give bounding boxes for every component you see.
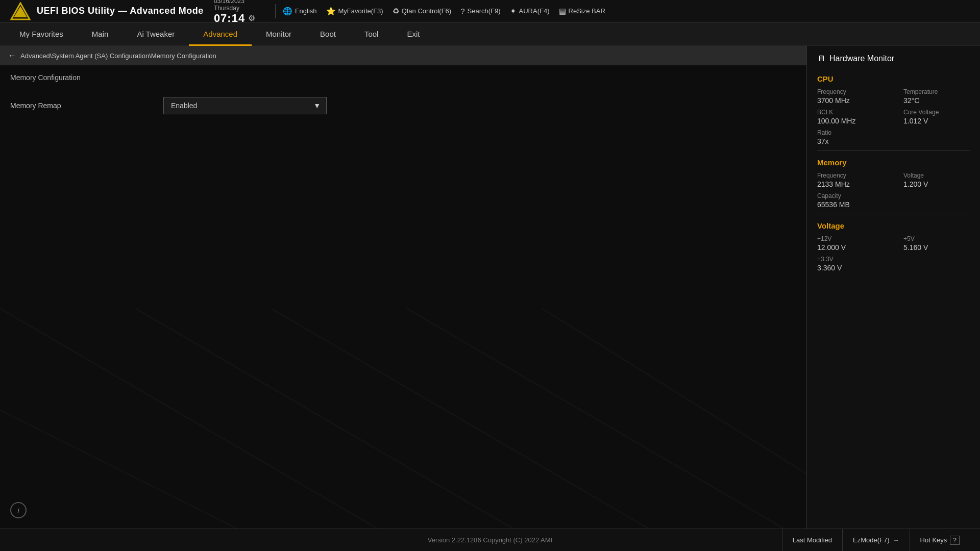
hw-volt-5v-label: +5V: [903, 235, 970, 242]
footer-version: Version 2.22.1286 Copyright (C) 2022 AMI: [428, 536, 552, 544]
toolbar-qfan[interactable]: ♻ Qfan Control(F6): [393, 7, 452, 16]
hw-memory-section-title: Memory: [817, 158, 970, 167]
memory-remap-dropdown[interactable]: Enabled Disabled: [163, 97, 327, 114]
hw-divider-2: [817, 214, 970, 214]
hw-volt-5v-col: +5V 5.160 V: [903, 235, 970, 252]
hotkeys-label: Hot Keys: [920, 536, 947, 544]
info-button[interactable]: i: [10, 502, 27, 518]
hw-cpu-ratio-row: Ratio 37x: [817, 129, 970, 145]
footer-last-modified[interactable]: Last Modified: [782, 529, 842, 551]
bar-icon: ▤: [559, 7, 566, 16]
svg-line-3: [136, 309, 543, 529]
section-header: Memory Configuration: [0, 65, 806, 86]
svg-line-7: [542, 309, 806, 478]
toolbar: 🌐 English ⭐ MyFavorite(F3) ♻ Qfan Contro…: [283, 7, 970, 16]
hw-monitor-title: 🖥 Hardware Monitor: [817, 54, 970, 67]
hw-cpu-temp-label: Temperature: [903, 88, 970, 95]
hw-mem-freq-col: Frequency 2133 MHz: [817, 172, 884, 188]
header-bar: UEFI BIOS Utility — Advanced Mode 03/16/…: [0, 0, 980, 22]
gear-icon[interactable]: ⚙: [248, 13, 255, 23]
hw-cpu-bclk-label: BCLK: [817, 109, 884, 116]
hw-cpu-bclk-col: BCLK 100.00 MHz: [817, 109, 884, 125]
hw-mem-volt-col: Voltage 1.200 V: [903, 172, 970, 188]
hw-mem-volt-value: 1.200 V: [903, 180, 970, 188]
hw-volt-33v-value: 3.360 V: [817, 264, 884, 272]
bg-decoration: [0, 71, 806, 529]
hw-cpu-bclk-value: 100.00 MHz: [817, 117, 884, 125]
toolbar-english[interactable]: 🌐 English: [283, 7, 317, 16]
hw-cpu-ratio-label: Ratio: [817, 129, 884, 136]
back-arrow[interactable]: ←: [8, 51, 16, 60]
bios-title: UEFI BIOS Utility — Advanced Mode: [37, 6, 204, 16]
svg-line-4: [271, 309, 678, 529]
aura-icon: ✦: [510, 7, 517, 16]
hw-cpu-bclk-voltage-row: BCLK 100.00 MHz Core Voltage 1.012 V: [817, 109, 970, 125]
toolbar-qfan-label: Qfan Control(F6): [402, 7, 452, 15]
hw-cpu-temp-value: 32°C: [903, 96, 970, 105]
hw-mem-freq-label: Frequency: [817, 172, 884, 179]
section-title: Memory Configuration: [10, 73, 81, 82]
main-layout: ← Advanced\System Agent (SA) Configurati…: [0, 46, 980, 529]
hw-cpu-section-title: CPU: [817, 74, 970, 83]
nav-menu: My Favorites Main Ai Tweaker Advanced Mo…: [0, 22, 980, 46]
hw-volt-12v-value: 12.000 V: [817, 243, 884, 252]
hw-cpu-freq-temp-row: Frequency 3700 MHz Temperature 32°C: [817, 88, 970, 105]
toolbar-myfavorite-label: MyFavorite(F3): [338, 7, 383, 15]
last-modified-label: Last Modified: [793, 536, 832, 544]
hw-mem-capacity-label: Capacity: [817, 192, 884, 199]
nav-advanced[interactable]: Advanced: [189, 23, 252, 46]
svg-line-5: [407, 309, 806, 529]
breadcrumb-bar: ← Advanced\System Agent (SA) Configurati…: [0, 46, 806, 65]
hw-mem-capacity-value: 65536 MB: [817, 201, 884, 209]
info-icon: i: [17, 506, 19, 515]
hw-mem-volt-label: Voltage: [903, 172, 970, 179]
hw-cpu-temp-col: Temperature 32°C: [903, 88, 970, 105]
nav-exit[interactable]: Exit: [393, 23, 434, 46]
hw-cpu-corevolt-col: Core Voltage 1.012 V: [903, 109, 970, 125]
hw-volt-12v-col: +12V 12.000 V: [817, 235, 884, 252]
setting-control-memory-remap: Enabled Disabled ▼: [163, 97, 327, 114]
hw-mem-freq-value: 2133 MHz: [817, 180, 884, 188]
hw-volt-5v-value: 5.160 V: [903, 243, 970, 252]
nav-boot[interactable]: Boot: [306, 23, 350, 46]
svg-line-6: [0, 410, 271, 529]
hw-cpu-ratio-value: 37x: [817, 137, 884, 145]
hw-volt-33v-col: +3.3V 3.360 V: [817, 256, 884, 272]
search-icon: ?: [460, 7, 464, 15]
header-divider: [275, 4, 276, 18]
toolbar-myfavorite[interactable]: ⭐ MyFavorite(F3): [326, 7, 383, 16]
nav-main[interactable]: Main: [78, 23, 123, 46]
toolbar-resizebar[interactable]: ▤ ReSize BAR: [559, 7, 605, 16]
hw-cpu-corevolt-value: 1.012 V: [903, 117, 970, 125]
hw-cpu-ratio-col: Ratio 37x: [817, 129, 884, 145]
content-area: ← Advanced\System Agent (SA) Configurati…: [0, 46, 806, 529]
toolbar-english-label: English: [295, 7, 317, 15]
nav-monitor[interactable]: Monitor: [252, 23, 306, 46]
hw-cpu-freq-col: Frequency 3700 MHz: [817, 88, 884, 105]
time-area: 07:14 ⚙: [214, 12, 255, 25]
hw-cpu-freq-value: 3700 MHz: [817, 96, 884, 105]
breadcrumb-text: Advanced\System Agent (SA) Configuration…: [20, 52, 216, 60]
hw-volt-12v-5v-row: +12V 12.000 V +5V 5.160 V: [817, 235, 970, 252]
hw-volt-33v-row: +3.3V 3.360 V: [817, 256, 970, 272]
nav-ai-tweaker[interactable]: Ai Tweaker: [122, 23, 189, 46]
hotkeys-icon: ?: [950, 536, 960, 545]
nav-my-favorites[interactable]: My Favorites: [5, 23, 78, 46]
monitor-icon: 🖥: [817, 54, 825, 63]
toolbar-search[interactable]: ? Search(F9): [460, 7, 500, 15]
asus-logo-icon: [10, 2, 31, 20]
hw-cpu-freq-label: Frequency: [817, 88, 884, 95]
hw-volt-12v-label: +12V: [817, 235, 884, 242]
hw-voltage-section-title: Voltage: [817, 221, 970, 230]
footer-hotkeys[interactable]: Hot Keys ?: [910, 529, 970, 551]
ezmode-arrow-icon: →: [893, 536, 899, 544]
toolbar-aura[interactable]: ✦ AURA(F4): [510, 7, 550, 16]
hw-volt-33v-label: +3.3V: [817, 256, 884, 263]
hw-cpu-corevolt-label: Core Voltage: [903, 109, 970, 116]
hw-mem-capacity-col: Capacity 65536 MB: [817, 192, 884, 209]
nav-tool[interactable]: Tool: [350, 23, 393, 46]
datetime-area: 03/16/2023Thursday 07:14 ⚙: [214, 0, 260, 25]
toolbar-resizebar-label: ReSize BAR: [569, 7, 605, 15]
star-icon: ⭐: [326, 7, 336, 16]
footer-ezmode[interactable]: EzMode(F7) →: [842, 529, 910, 551]
